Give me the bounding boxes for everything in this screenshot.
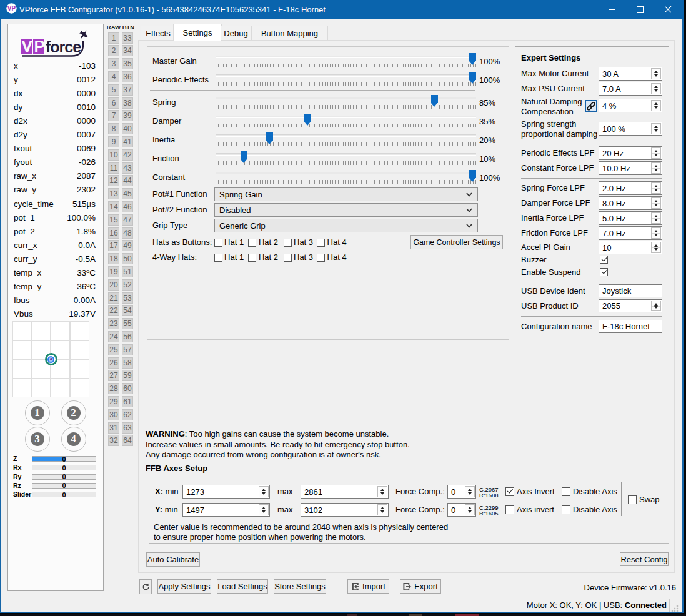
svg-text:V: V bbox=[22, 37, 33, 56]
svg-text:P: P bbox=[34, 37, 45, 56]
svg-text:VP: VP bbox=[7, 5, 16, 12]
svg-text:force: force bbox=[46, 38, 81, 56]
